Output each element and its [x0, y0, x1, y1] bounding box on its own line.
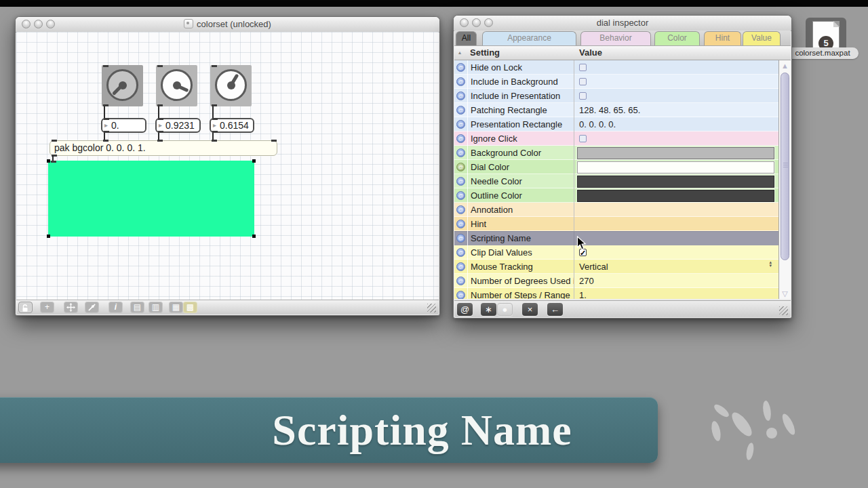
delete-attribute-button[interactable]: × — [522, 303, 538, 316]
freeze-attribute-button[interactable]: ∗ — [481, 303, 496, 316]
file-icon-label[interactable]: colorset.maxpat — [787, 47, 859, 59]
sort-triangle-icon[interactable]: ▴ — [458, 46, 461, 60]
scrollbar-thumb[interactable] — [781, 73, 789, 260]
snap-to-grid-icon[interactable]: ▩ — [183, 302, 197, 313]
tab-all[interactable]: All — [456, 31, 477, 45]
value-cell[interactable] — [574, 60, 778, 75]
selection-handle[interactable] — [47, 159, 50, 163]
number-box-3[interactable]: ▸0.6154 — [210, 118, 254, 133]
revert-button[interactable]: ← — [547, 303, 563, 316]
inspector-row-hint[interactable]: @Hint — [454, 217, 778, 231]
tab-behavior[interactable]: Behavior — [580, 31, 651, 45]
grid-icon[interactable]: ▦ — [169, 302, 183, 313]
setting-column-header[interactable]: Setting — [470, 46, 500, 60]
tab-appearance[interactable]: Appearance — [482, 31, 576, 45]
inspector-row-background-color[interactable]: @Background Color — [454, 146, 778, 160]
inlet-stub — [52, 140, 57, 142]
inspector-row-include-in-background[interactable]: @Include in Background — [454, 75, 778, 89]
inspector-row-dial-color[interactable]: @Dial Color — [454, 160, 778, 174]
color-swatch[interactable] — [577, 190, 774, 202]
scroll-down-icon[interactable]: ▽ — [780, 289, 790, 298]
selection-handle[interactable] — [252, 235, 256, 238]
checkbox-unchecked[interactable] — [579, 64, 587, 71]
checkbox-unchecked[interactable] — [579, 92, 587, 100]
value-cell[interactable] — [574, 131, 778, 146]
selection-handle[interactable] — [252, 159, 256, 163]
restore-default-button[interactable]: ● — [497, 303, 513, 316]
value-cell[interactable] — [574, 188, 778, 203]
setting-label: Include in Presentation — [468, 89, 574, 103]
color-swatch[interactable] — [577, 147, 774, 159]
value-cell[interactable]: 128. 48. 65. 65. — [574, 103, 778, 117]
attribute-at-icon: @ — [456, 291, 465, 299]
inspector-row-outline-color[interactable]: @Outline Color — [454, 188, 778, 203]
new-view-icon[interactable]: ▤ — [130, 302, 144, 313]
setting-label: Clip Dial Values — [468, 245, 574, 260]
inspector-row-hide-on-lock[interactable]: @Hide on Lock — [454, 60, 778, 75]
inspector-row-annotation[interactable]: @Annotation — [454, 203, 778, 217]
inspector-row-mouse-tracking[interactable]: @Mouse TrackingVertical▴▾ — [454, 260, 778, 274]
setting-label: Needle Color — [468, 174, 574, 188]
inspector-row-clip-dial-values[interactable]: @Clip Dial Values✓ — [454, 245, 778, 260]
value-cell[interactable] — [574, 160, 778, 174]
inspector-row-needle-color[interactable]: @Needle Color — [454, 174, 778, 188]
number-box-2[interactable]: ▸0.9231 — [155, 118, 201, 133]
tab-color[interactable]: Color — [654, 31, 700, 45]
color-swatch[interactable] — [577, 161, 774, 174]
lock-open-icon[interactable] — [18, 302, 33, 313]
inspector-table-header[interactable]: ▴ Setting Value — [454, 46, 791, 60]
scrollbar[interactable]: ▲ ▽ — [778, 60, 791, 299]
value-column-header[interactable]: Value — [579, 46, 602, 60]
inspector-row-number-of-steps-range[interactable]: @Number of Steps / Range1. — [454, 288, 778, 299]
value-cell[interactable] — [574, 146, 778, 160]
duplicate-icon[interactable]: ▥ — [149, 302, 163, 313]
value-cell[interactable]: 1. — [574, 288, 778, 299]
checkbox-unchecked[interactable] — [579, 78, 587, 85]
panel-object[interactable] — [48, 161, 254, 237]
pak-object[interactable]: pak bgcolor 0. 0. 0. 1. — [50, 140, 277, 156]
add-object-icon[interactable]: + — [40, 302, 54, 313]
dial-object-2[interactable] — [156, 65, 197, 106]
value-cell[interactable] — [574, 231, 778, 245]
mixer-icon[interactable] — [85, 302, 99, 313]
info-icon[interactable]: i — [108, 302, 123, 313]
value-text: 0. 0. 0. 0. — [574, 119, 616, 129]
inspector-row-number-of-degrees-used-i[interactable]: @Number of Degrees Used i...270 — [454, 274, 778, 288]
dial-object-3[interactable] — [210, 65, 252, 106]
resize-grip[interactable] — [427, 304, 436, 312]
value-cell[interactable]: 270 — [574, 274, 778, 288]
value-cell[interactable] — [574, 89, 778, 103]
value-cell[interactable] — [574, 217, 778, 231]
color-swatch[interactable] — [577, 176, 774, 188]
value-cell[interactable] — [574, 75, 778, 89]
attribute-button[interactable]: @ — [457, 303, 473, 316]
move-icon[interactable] — [64, 302, 78, 313]
inspector-row-presentation-rectangle[interactable]: @Presentation Rectangle0. 0. 0. 0. — [454, 117, 778, 131]
number-box-1[interactable]: ▸0. — [101, 118, 146, 133]
scroll-up-icon[interactable]: ▲ — [780, 62, 790, 70]
value-cell[interactable] — [574, 203, 778, 217]
resize-grip[interactable] — [779, 306, 788, 315]
inspector-row-include-in-presentation[interactable]: @Include in Presentation — [454, 89, 778, 103]
value-cell[interactable]: Vertical▴▾ — [574, 260, 778, 274]
maxpat-file-icon[interactable]: 5 — [812, 21, 840, 48]
checkbox-unchecked[interactable] — [579, 135, 587, 142]
inspector-row-scripting-name[interactable]: @Scripting Name — [454, 231, 778, 245]
patcher-canvas[interactable]: ▸0. ▸0.9231 ▸0.6154 pak bgcolor 0. 0. 0.… — [16, 32, 439, 300]
selection-handle[interactable] — [47, 235, 50, 238]
patcher-proxy-icon — [184, 19, 193, 28]
stepper-icon[interactable]: ▴▾ — [769, 260, 772, 267]
inspector-row-ignore-click[interactable]: @Ignore Click — [454, 131, 778, 146]
tab-value[interactable]: Value — [743, 31, 781, 45]
dial-object-1[interactable] — [102, 65, 143, 106]
dial-face — [215, 69, 247, 101]
badge-cell: @ — [454, 174, 468, 188]
patcher-titlebar[interactable]: colorset (unlocked) — [16, 17, 439, 33]
inspector-titlebar[interactable]: dial inspector — [454, 16, 791, 31]
value-cell[interactable] — [574, 174, 778, 188]
inspector-toolbar: @∗●×← — [454, 300, 791, 317]
tab-hint[interactable]: Hint — [704, 31, 741, 45]
value-cell[interactable]: ✓ — [574, 245, 778, 260]
inspector-row-patching-rectangle[interactable]: @Patching Rectangle128. 48. 65. 65. — [454, 103, 778, 117]
value-cell[interactable]: 0. 0. 0. 0. — [574, 117, 778, 131]
